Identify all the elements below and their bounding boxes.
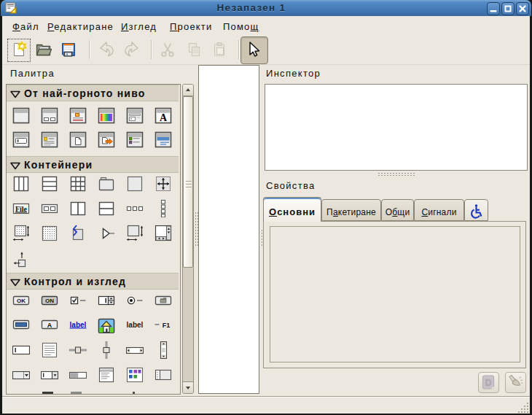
svg-text:A: A xyxy=(47,322,52,329)
svg-text:label: label xyxy=(127,321,144,329)
svg-text:D: D xyxy=(485,378,492,388)
svg-text:ON: ON xyxy=(45,298,54,304)
svg-text:A: A xyxy=(160,112,168,123)
svg-text:File: File xyxy=(15,205,28,213)
svg-text:label: label xyxy=(70,321,87,329)
svg-text:F1: F1 xyxy=(163,322,171,329)
svg-text:OK: OK xyxy=(17,298,26,304)
